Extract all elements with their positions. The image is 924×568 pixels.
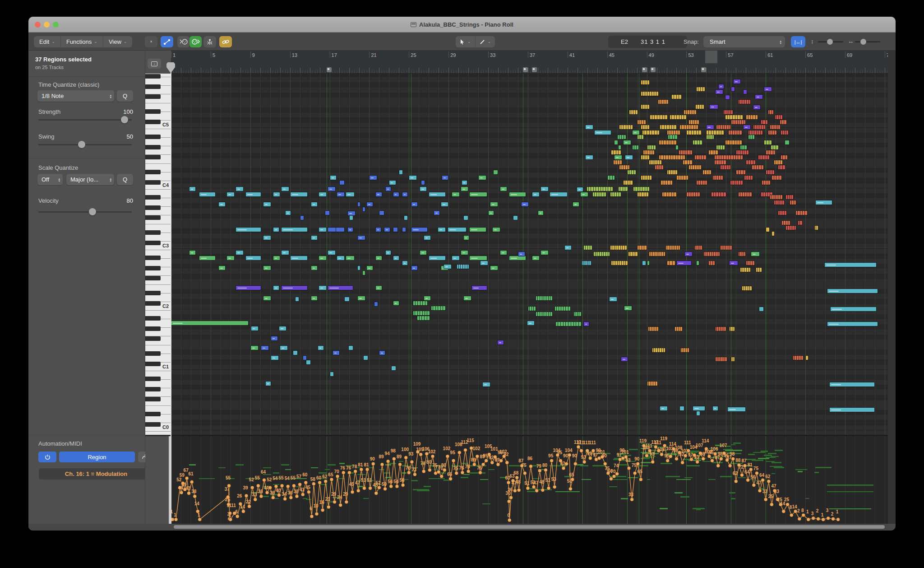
midi-note[interactable] — [766, 170, 775, 175]
midi-note[interactable] — [555, 321, 581, 326]
note-segment[interactable] — [664, 140, 666, 144]
note-segment[interactable] — [681, 348, 682, 352]
note-segment[interactable] — [777, 176, 779, 180]
midi-note[interactable] — [652, 348, 666, 353]
strength-knob[interactable] — [121, 116, 128, 123]
note-segment[interactable] — [536, 296, 538, 300]
note-segment[interactable] — [749, 176, 751, 180]
midi-note[interactable] — [384, 227, 390, 232]
note-segment[interactable] — [574, 312, 575, 316]
midi-note[interactable] — [319, 256, 327, 261]
note-segment[interactable] — [744, 120, 746, 124]
piano-key-black[interactable] — [145, 316, 161, 321]
note-segment[interactable] — [744, 176, 746, 180]
note-segment[interactable] — [758, 155, 760, 159]
note-segment[interactable] — [753, 115, 755, 119]
automation-point[interactable] — [636, 462, 640, 466]
note-segment[interactable] — [646, 92, 647, 96]
note-segment[interactable] — [691, 120, 693, 124]
note-segment[interactable] — [773, 130, 775, 135]
midi-note[interactable] — [330, 372, 334, 377]
note-segment[interactable] — [699, 181, 701, 185]
automation-point[interactable] — [836, 518, 840, 521]
note-segment[interactable] — [650, 145, 651, 149]
note-segment[interactable] — [783, 211, 785, 215]
note-segment[interactable] — [738, 120, 740, 124]
note-segment[interactable] — [664, 252, 665, 256]
note-segment[interactable] — [745, 145, 746, 149]
midi-note[interactable] — [471, 285, 487, 290]
note-segment[interactable] — [598, 252, 600, 256]
note-segment[interactable] — [640, 120, 642, 124]
automation-point[interactable] — [633, 471, 637, 475]
midi-note[interactable] — [189, 186, 196, 191]
note-segment[interactable] — [638, 192, 639, 196]
automation-point[interactable] — [740, 473, 744, 477]
piano-key-black[interactable] — [145, 94, 161, 99]
note-segment[interactable] — [658, 348, 660, 352]
note-segment[interactable] — [748, 135, 750, 139]
note-segment[interactable] — [624, 181, 626, 185]
midi-note[interactable] — [462, 180, 467, 185]
midi-note[interactable] — [693, 140, 702, 145]
midi-note[interactable] — [611, 261, 628, 265]
note-segment[interactable] — [746, 261, 748, 265]
midi-note[interactable] — [778, 210, 787, 215]
note-segment[interactable] — [428, 311, 429, 315]
note-segment[interactable] — [741, 181, 743, 185]
note-segment[interactable] — [768, 170, 770, 174]
automation-point[interactable] — [395, 484, 399, 488]
automation-point[interactable] — [342, 471, 345, 475]
note-segment[interactable] — [710, 170, 711, 174]
note-segment[interactable] — [744, 286, 746, 290]
automation-point[interactable] — [580, 449, 583, 452]
note-segment[interactable] — [781, 115, 782, 119]
note-segment[interactable] — [676, 155, 678, 159]
note-segment[interactable] — [658, 160, 660, 164]
note-segment[interactable] — [683, 348, 684, 352]
note-segment[interactable] — [624, 187, 626, 191]
note-segment[interactable] — [777, 125, 779, 129]
note-segment[interactable] — [626, 181, 628, 185]
note-segment[interactable] — [767, 140, 769, 144]
note-segment[interactable] — [674, 170, 675, 174]
midi-note[interactable] — [725, 140, 742, 145]
horizontal-scrollbar[interactable] — [174, 525, 885, 529]
midi-note[interactable] — [319, 285, 327, 290]
midi-note[interactable] — [362, 270, 365, 275]
midi-note[interactable] — [346, 256, 355, 261]
note-segment[interactable] — [684, 348, 686, 352]
midi-note[interactable] — [349, 215, 353, 220]
note-segment[interactable] — [643, 92, 645, 96]
note-segment[interactable] — [641, 176, 643, 180]
note-segment[interactable] — [716, 125, 718, 129]
note-segment[interactable] — [611, 150, 614, 154]
note-segment[interactable] — [725, 327, 725, 331]
note-segment[interactable] — [436, 306, 439, 310]
note-segment[interactable] — [790, 200, 792, 205]
midi-note[interactable] — [490, 265, 498, 270]
midi-note[interactable] — [623, 140, 631, 145]
midi-note[interactable] — [441, 202, 449, 207]
midi-note[interactable] — [633, 186, 650, 191]
midi-note[interactable] — [723, 110, 733, 115]
automation-point[interactable] — [185, 476, 189, 480]
midi-note[interactable] — [300, 215, 304, 220]
midi-note[interactable] — [281, 285, 308, 290]
midi-note[interactable] — [758, 155, 770, 160]
note-segment[interactable] — [707, 170, 709, 174]
note-segment[interactable] — [697, 125, 698, 129]
note-segment[interactable] — [720, 160, 721, 164]
collapse-button[interactable]: ⌄⌃ — [145, 36, 157, 47]
note-segment[interactable] — [713, 135, 714, 139]
note-segment[interactable] — [572, 322, 574, 326]
note-segment[interactable] — [671, 155, 673, 159]
note-segment[interactable] — [667, 100, 668, 104]
midi-note[interactable] — [513, 215, 518, 220]
automation-point[interactable] — [523, 471, 527, 475]
automation-point[interactable] — [277, 494, 281, 497]
note-segment[interactable] — [726, 246, 728, 250]
quantize-apply-button[interactable]: Q — [117, 90, 133, 102]
midi-note[interactable] — [295, 297, 299, 302]
note-segment[interactable] — [774, 200, 776, 205]
